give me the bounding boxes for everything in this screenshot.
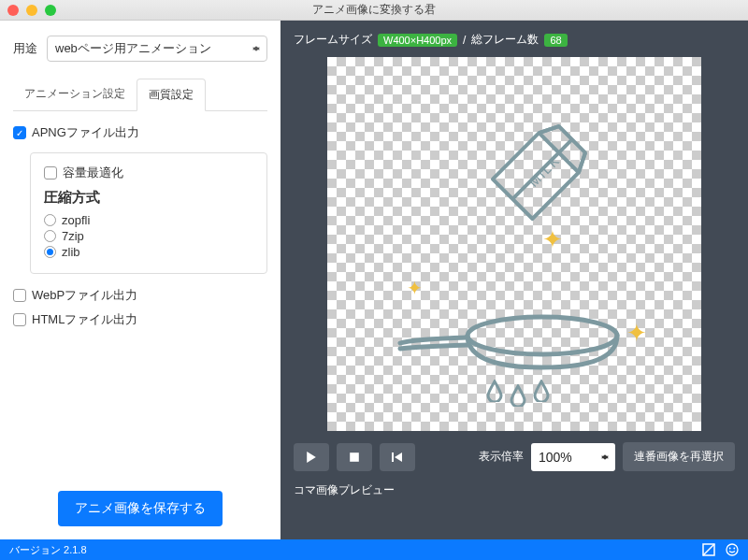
frame-info-separator: / [463, 34, 466, 47]
square-split-icon [702, 543, 715, 556]
compression-heading: 圧縮方式 [44, 189, 253, 207]
svg-point-7 [733, 548, 735, 550]
purpose-label: 用途 [13, 40, 37, 57]
skip-back-icon [392, 452, 403, 463]
frame-count-badge: 68 [544, 34, 567, 47]
milk-carton-icon: MILK [469, 96, 615, 242]
frame-preview-label: コマ画像プレビュー [294, 482, 735, 498]
stop-button[interactable] [337, 443, 372, 471]
zoom-select[interactable]: 100% [531, 443, 615, 471]
zoom-label: 表示倍率 [479, 449, 524, 465]
settings-tabs: アニメーション設定 画質設定 [13, 79, 267, 111]
compression-7zip-label: 7zip [62, 229, 84, 243]
play-icon [306, 452, 317, 463]
play-button[interactable] [294, 443, 329, 471]
water-drop-icon [533, 380, 550, 402]
stop-icon [349, 452, 360, 463]
svg-point-1 [468, 317, 617, 354]
frame-size-label: フレームサイズ [294, 32, 372, 48]
playback-controls: 表示倍率 100% 連番画像を再選択 [294, 442, 735, 471]
svg-rect-3 [392, 452, 394, 462]
tab-quality-settings[interactable]: 画質設定 [137, 79, 206, 111]
tab-animation-settings[interactable]: アニメーション設定 [13, 79, 137, 110]
apng-subpanel: 容量最適化 圧縮方式 zopfli 7zip zlib [30, 152, 267, 274]
sparkle-icon: ✦ [626, 319, 647, 348]
sparkle-icon: ✦ [542, 225, 563, 254]
frame-info-bar: フレームサイズ W400×H400px / 総フレーム数 68 [294, 32, 735, 48]
compression-zlib-radio[interactable] [44, 246, 56, 258]
preview-panel: フレームサイズ W400×H400px / 総フレーム数 68 MILK [280, 21, 748, 539]
titlebar: アニメ画像に変換する君 [0, 0, 748, 21]
html-output-label: HTMLファイル出力 [32, 311, 137, 328]
save-animation-button[interactable]: アニメ画像を保存する [58, 491, 223, 526]
tool-icon[interactable] [701, 543, 715, 557]
frame-count-label: 総フレーム数 [471, 32, 539, 48]
compression-7zip-radio[interactable] [44, 230, 56, 242]
compression-zlib-label: zlib [62, 245, 80, 259]
optimize-checkbox[interactable] [44, 166, 57, 179]
html-output-checkbox[interactable] [13, 313, 26, 326]
purpose-select[interactable]: webページ用アニメーション [47, 36, 267, 62]
water-drop-icon [510, 384, 526, 407]
frame-size-badge: W400×H400px [378, 34, 457, 47]
zoom-select-value: 100% [539, 450, 572, 465]
svg-text:MILK: MILK [525, 152, 563, 190]
smile-icon[interactable] [725, 543, 739, 557]
settings-panel: 用途 webページ用アニメーション アニメーション設定 画質設定 ✓ APNGフ… [0, 21, 280, 539]
compression-zopfli-radio[interactable] [44, 214, 56, 226]
reselect-images-button[interactable]: 連番画像を再選択 [623, 442, 735, 471]
version-label: バージョン 2.1.8 [9, 543, 87, 557]
water-drop-icon [486, 380, 503, 402]
preview-canvas: MILK ✦ ✦ ✦ [327, 57, 701, 431]
first-frame-button[interactable] [380, 443, 415, 471]
apng-output-label: APNGファイル出力 [32, 124, 139, 141]
purpose-select-value: webページ用アニメーション [55, 40, 211, 57]
svg-point-5 [726, 544, 738, 555]
optimize-label: 容量最適化 [63, 165, 123, 181]
statusbar: バージョン 2.1.8 [0, 539, 748, 560]
face-smile-icon [726, 543, 739, 556]
apng-output-checkbox[interactable]: ✓ [13, 126, 26, 139]
window-title: アニメ画像に変換する君 [0, 2, 748, 18]
svg-rect-2 [350, 452, 359, 462]
frying-pan-icon [393, 300, 636, 384]
compression-zopfli-label: zopfli [62, 213, 90, 227]
webp-output-checkbox[interactable] [13, 289, 26, 302]
svg-point-6 [728, 548, 730, 550]
webp-output-label: WebPファイル出力 [32, 287, 137, 304]
sparkle-icon: ✦ [407, 277, 423, 299]
